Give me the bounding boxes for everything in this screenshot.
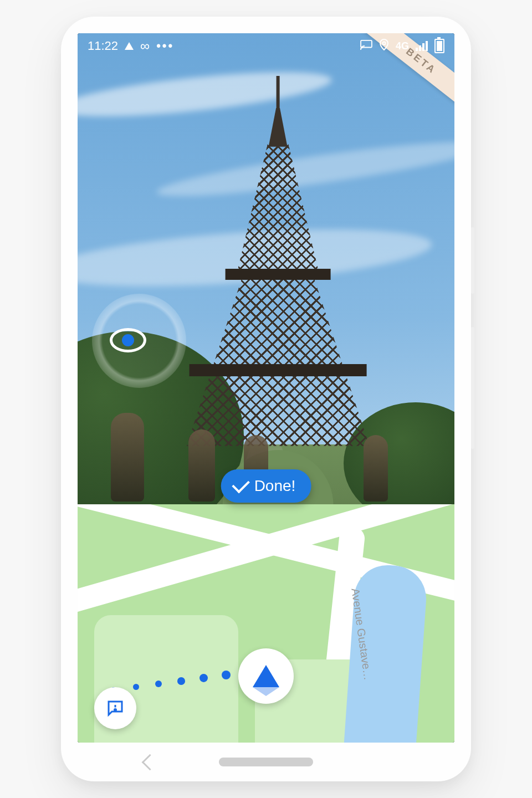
- screen: 11:22 ∞ ••• 4G BETA: [78, 33, 454, 743]
- look-indicator-icon: [110, 328, 146, 352]
- done-button[interactable]: Done!: [221, 469, 311, 503]
- phone-side-button: [471, 227, 474, 294]
- stage: 11:22 ∞ ••• 4G BETA: [0, 0, 532, 798]
- system-back-button[interactable]: [142, 754, 158, 770]
- report-icon: [105, 698, 125, 718]
- route-dot: [222, 671, 231, 679]
- mini-map[interactable]: Avenue Gustave…: [78, 504, 454, 743]
- system-home-pill[interactable]: [219, 758, 313, 766]
- battery-icon: [434, 39, 444, 53]
- route-dot: [177, 677, 185, 685]
- status-time: 11:22: [88, 39, 118, 53]
- pedestrian: [111, 413, 144, 502]
- heading-indicator[interactable]: [238, 648, 294, 704]
- done-label: Done!: [254, 477, 296, 495]
- pedestrian: [188, 429, 215, 502]
- signal-icon: [416, 41, 428, 51]
- status-bar: 11:22 ∞ ••• 4G: [78, 33, 454, 59]
- phone-frame: 11:22 ∞ ••• 4G BETA: [61, 17, 471, 781]
- more-notifications-icon: •••: [156, 39, 174, 53]
- heading-arrow-icon: [253, 665, 279, 687]
- svg-point-1: [382, 42, 385, 45]
- phone-side-button: [471, 327, 474, 449]
- report-button[interactable]: [94, 687, 136, 729]
- location-icon: [379, 38, 389, 54]
- svg-point-3: [115, 709, 116, 711]
- network-type: 4G: [396, 40, 409, 52]
- cast-icon: [360, 39, 372, 53]
- sync-icon: ∞: [140, 38, 150, 54]
- route-dot: [200, 674, 208, 682]
- navigation-icon: [125, 42, 134, 50]
- check-icon: [232, 475, 250, 494]
- system-nav-bar: [61, 743, 471, 781]
- pedestrian: [364, 435, 388, 502]
